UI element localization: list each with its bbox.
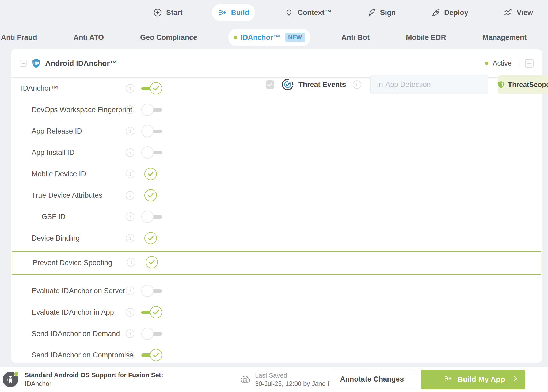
top-nav-item-sign[interactable]: Sign bbox=[361, 4, 402, 21]
threat-events-label: Threat Events bbox=[298, 81, 346, 89]
feature-label: DevOps Workspace Fingerprint bbox=[32, 106, 132, 114]
sub-nav-item-antifraud[interactable]: Anti Fraud bbox=[0, 30, 43, 45]
android-active-dot bbox=[14, 371, 19, 376]
top-nav-item-context[interactable]: Context™ bbox=[279, 4, 338, 21]
status-badge: Active bbox=[493, 59, 512, 67]
deploy-icon bbox=[431, 8, 440, 17]
feature-toggle[interactable] bbox=[141, 146, 162, 159]
sub-nav-label: Geo Compliance bbox=[140, 33, 197, 42]
top-nav-label: Sign bbox=[380, 9, 396, 17]
feature-label: True Device Attributes bbox=[32, 191, 102, 200]
fusion-set-info: Standard Android OS Support for Fusion S… bbox=[3, 371, 163, 387]
info-icon[interactable]: i bbox=[126, 329, 134, 338]
idanchor-shield-icon bbox=[32, 59, 41, 68]
info-icon[interactable]: i bbox=[126, 212, 134, 221]
button-divider bbox=[505, 374, 506, 385]
header-divider bbox=[518, 59, 518, 68]
feature-toggle[interactable] bbox=[141, 349, 162, 361]
build-icon bbox=[218, 8, 227, 17]
fusion-set-title: Standard Android OS Support for Fusion S… bbox=[25, 371, 163, 379]
top-nav-label: Build bbox=[231, 9, 249, 17]
feature-row-mobile-device-id: Mobile Device ID i bbox=[11, 163, 542, 185]
new-badge: NEW bbox=[285, 33, 305, 42]
view-icon bbox=[504, 8, 513, 17]
active-status-dot bbox=[485, 62, 488, 65]
feature-rows: IDAnchor™ i DevOps Workspace Fingerprint… bbox=[11, 78, 542, 366]
feature-row-device-binding: Device Binding i bbox=[11, 227, 542, 249]
feature-checkbox[interactable] bbox=[141, 189, 162, 202]
threatscope-button[interactable]: ThreatScope™ bbox=[498, 75, 548, 94]
context-icon bbox=[284, 8, 294, 17]
feature-checkbox[interactable] bbox=[141, 168, 162, 180]
notes-icon[interactable] bbox=[525, 59, 534, 68]
panel-header: Android IDAnchor™ Active bbox=[11, 49, 542, 78]
feature-label: Device Binding bbox=[32, 234, 80, 242]
in-app-detection-select[interactable] bbox=[370, 75, 488, 94]
info-icon[interactable]: i bbox=[127, 258, 135, 267]
top-nav-item-view[interactable]: View bbox=[498, 4, 539, 21]
info-icon[interactable]: i bbox=[126, 170, 134, 178]
top-nav-item-build[interactable]: Build bbox=[212, 4, 255, 21]
feature-toggle[interactable] bbox=[141, 103, 162, 116]
feature-row-send-idanchor-on-demand: Send IDAnchor on Demand i bbox=[11, 323, 542, 344]
sub-nav-item-antiato[interactable]: Anti ATO bbox=[68, 30, 109, 45]
info-icon[interactable]: i bbox=[126, 351, 134, 359]
cloud-saved-icon bbox=[239, 374, 251, 385]
sign-icon bbox=[367, 8, 376, 17]
sub-nav-item-idanchor[interactable]: IDAnchor™NEW bbox=[228, 29, 310, 46]
feature-toggle[interactable] bbox=[141, 210, 162, 223]
start-icon bbox=[153, 8, 162, 17]
annotate-changes-button[interactable]: Annotate Changes bbox=[329, 370, 415, 389]
feature-checkbox[interactable] bbox=[141, 232, 162, 245]
threat-events-row: Threat Events i ThreatScope™ bbox=[266, 75, 548, 94]
collapse-icon[interactable] bbox=[20, 60, 27, 67]
feature-label: Send IDAnchor on Compromise bbox=[32, 351, 134, 359]
info-icon[interactable]: i bbox=[126, 148, 134, 157]
feature-toggle[interactable] bbox=[141, 82, 162, 95]
feature-toggle[interactable] bbox=[141, 327, 162, 340]
feature-toggle[interactable] bbox=[141, 125, 162, 138]
feature-label: GSF ID bbox=[41, 213, 66, 221]
top-nav-label: Context™ bbox=[298, 9, 332, 17]
sub-nav-label: Anti ATO bbox=[74, 33, 104, 42]
info-icon[interactable]: i bbox=[126, 234, 134, 242]
info-icon[interactable]: i bbox=[126, 105, 134, 114]
android-idanchor-panel: Android IDAnchor™ Active IDAnchor™ i Dev… bbox=[11, 49, 542, 363]
sub-nav-item-management[interactable]: Management bbox=[477, 30, 532, 45]
android-icon bbox=[3, 372, 18, 387]
info-icon[interactable]: i bbox=[126, 191, 134, 200]
sub-nav-item-mobileedr[interactable]: Mobile EDR bbox=[401, 30, 451, 45]
top-nav-item-start[interactable]: Start bbox=[147, 4, 189, 21]
feature-row-devops-workspace-fingerprint: DevOps Workspace Fingerprint i bbox=[11, 99, 542, 120]
threatscope-shield-icon bbox=[498, 80, 505, 89]
info-icon[interactable]: i bbox=[126, 287, 134, 295]
sub-nav-item-antibot[interactable]: Anti Bot bbox=[336, 30, 375, 45]
sub-nav-item-geocompliance[interactable]: Geo Compliance bbox=[135, 30, 203, 45]
threat-events-checkbox[interactable] bbox=[266, 80, 274, 89]
feature-label: IDAnchor™ bbox=[21, 84, 58, 93]
footer-bar: Standard Android OS Support for Fusion S… bbox=[0, 367, 548, 392]
fusion-set-name: IDAnchor bbox=[25, 380, 163, 387]
feature-row-send-idanchor-on-compromise: Send IDAnchor on Compromise i bbox=[11, 344, 542, 366]
info-icon[interactable]: i bbox=[126, 308, 134, 317]
top-nav-label: Start bbox=[166, 9, 183, 17]
row-divider bbox=[13, 276, 540, 276]
info-icon[interactable]: i bbox=[353, 80, 361, 89]
feature-row-prevent-device-spoofing: Prevent Device Spoofing i bbox=[12, 251, 541, 275]
info-icon[interactable]: i bbox=[126, 84, 134, 93]
sub-nav-label: IDAnchor™ bbox=[241, 33, 280, 42]
sub-nav-label: Anti Fraud bbox=[1, 33, 37, 42]
last-saved: Last Saved 30-Jul-25, 12:00 by Jane Doe bbox=[239, 371, 339, 387]
feature-toggle[interactable] bbox=[141, 306, 162, 319]
feature-label: Prevent Device Spoofing bbox=[33, 259, 112, 267]
feature-label: Evaluate IDAnchor on Server bbox=[32, 287, 125, 295]
feature-row-evaluate-idanchor-on-server: Evaluate IDAnchor on Server i bbox=[11, 280, 542, 302]
feature-toggle[interactable] bbox=[141, 284, 162, 297]
feature-label: App Install ID bbox=[32, 149, 75, 157]
last-saved-value: 30-Jul-25, 12:00 by Jane Doe bbox=[255, 380, 339, 387]
feature-checkbox[interactable] bbox=[142, 256, 163, 269]
top-nav-item-deploy[interactable]: Deploy bbox=[425, 4, 474, 21]
feature-label: Evaluate IDAnchor in App bbox=[32, 308, 114, 317]
build-my-app-button[interactable]: Build My App bbox=[421, 370, 525, 389]
info-icon[interactable]: i bbox=[126, 127, 134, 135]
